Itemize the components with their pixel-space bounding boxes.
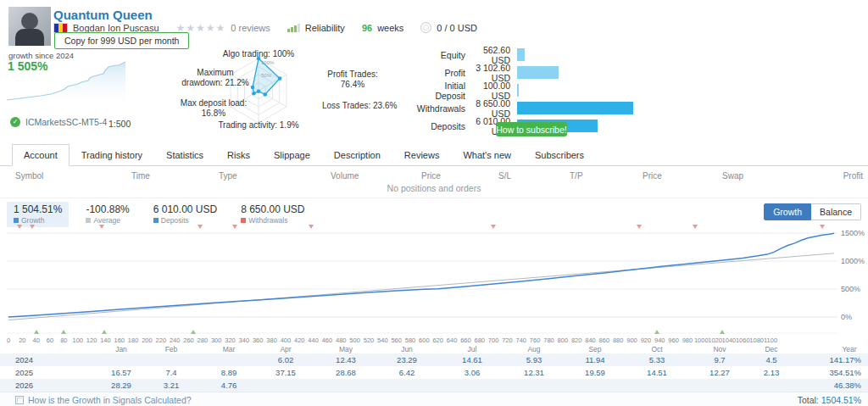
- x-tick-label: 420: [294, 336, 305, 344]
- x-tick-label: 600: [419, 336, 430, 344]
- x-tick-label: 980: [682, 336, 693, 344]
- balance-toggle-button[interactable]: Balance: [811, 203, 861, 220]
- funds-row: Initial Deposit100.00 USD: [415, 83, 695, 97]
- tab-slippage[interactable]: Slippage: [262, 144, 322, 166]
- monthly-cell: 14.61: [447, 355, 498, 364]
- x-tick-label: 220: [156, 336, 167, 344]
- x-tick-label: 260: [183, 336, 194, 344]
- x-tick-label: 1080: [749, 336, 764, 344]
- monthly-cell: 6.42: [381, 368, 432, 377]
- growth-help-link[interactable]: How is the Growth in Signals Calculated?: [28, 395, 192, 405]
- tab-account[interactable]: Account: [12, 144, 70, 166]
- month-label-oct: Oct: [651, 345, 662, 353]
- monthly-row-2024: 20246.0212.4323.2914.615.9311.945.339.74…: [0, 353, 868, 366]
- positions-empty-text: No positions and orders: [0, 183, 868, 193]
- monthly-cell: 9.7: [694, 355, 745, 364]
- monthly-year-label: 2026: [15, 381, 33, 390]
- copy-subscribe-button[interactable]: Copy for 999 USD per month: [54, 32, 189, 49]
- x-tick-label: 560: [391, 336, 402, 344]
- verified-check-icon: ✓: [10, 117, 20, 127]
- month-label-feb: Feb: [165, 345, 178, 353]
- growth-toggle-button[interactable]: Growth: [764, 203, 811, 220]
- radar-axis-label: Loss Trades: 23.6%: [322, 101, 424, 111]
- broker-link[interactable]: ICMarketsSC-MT5-4: [25, 117, 107, 127]
- x-tick-label: 80: [60, 336, 67, 344]
- avatar-body: [15, 29, 44, 46]
- funds-bar: [517, 102, 633, 114]
- monthly-growth-table: 20246.0212.4323.2914.615.9311.945.339.74…: [0, 353, 868, 392]
- reviews-link[interactable]: 0 reviews: [231, 23, 270, 33]
- help-grid-icon: [15, 396, 24, 404]
- broker-row: ✓ ICMarketsSC-MT5-4: [10, 117, 107, 127]
- stat-value: 6 010.00 USD: [153, 203, 217, 215]
- x-tick-label: 840: [585, 336, 596, 344]
- x-tick-label: 580: [405, 336, 416, 344]
- x-tick-label: 520: [364, 336, 375, 344]
- x-tick-label: 940: [654, 336, 665, 344]
- x-tick-label: 540: [377, 336, 388, 344]
- x-tick-label: 760: [530, 336, 541, 344]
- tab-reviews[interactable]: Reviews: [392, 144, 452, 166]
- x-tick-label: 380: [266, 336, 277, 344]
- x-tick-label: 340: [239, 336, 250, 344]
- monthly-year-label: 2025: [15, 368, 33, 377]
- radar-axis-label: Maximum drawdown: 21.2%: [181, 68, 249, 88]
- monthly-cell: 28.68: [320, 368, 371, 377]
- month-label-apr: Apr: [280, 345, 291, 353]
- column-header-symbol: Symbol: [15, 171, 43, 181]
- monthly-cell: 12.27: [694, 368, 745, 377]
- x-tick-label: 1100: [764, 336, 777, 344]
- x-tick-label: 700: [488, 336, 499, 344]
- author-link[interactable]: Bogdan Ion Puscasu: [73, 23, 159, 33]
- chart-mode-toggle: Growth Balance: [764, 203, 861, 220]
- signal-page: Quantum Queen Bogdan Ion Puscasu ★★★★★ 0…: [0, 0, 868, 406]
- x-tick-label: 920: [641, 336, 652, 344]
- column-header-price: Price: [643, 171, 662, 181]
- svg-text:0%: 0%: [841, 313, 852, 321]
- x-tick-label: 820: [571, 336, 582, 344]
- column-header-type: Type: [219, 171, 237, 181]
- tab-risks[interactable]: Risks: [215, 144, 262, 166]
- x-tick-label: 800: [558, 336, 569, 344]
- x-tick-label: 0: [7, 336, 10, 344]
- monthly-cell: 7.4: [146, 368, 197, 377]
- monthly-year-label: 2024: [15, 355, 33, 364]
- monthly-cell: 23.29: [381, 355, 432, 364]
- column-header-profit: Profit: [843, 171, 863, 181]
- x-tick-label: 640: [447, 336, 458, 344]
- x-tick-label: 400: [281, 336, 292, 344]
- monthly-cell: 5.33: [632, 355, 682, 364]
- reliability-bar: [298, 24, 300, 32]
- monthly-cell: 12.43: [320, 355, 371, 364]
- funds-label: Profit: [415, 68, 465, 78]
- tab-description[interactable]: Description: [322, 144, 392, 166]
- funds-label: Equity: [415, 50, 465, 60]
- x-tick-label: 460: [322, 336, 333, 344]
- monthly-cell: 11.94: [570, 355, 620, 364]
- monthly-cell: 4.76: [203, 381, 254, 390]
- signal-title[interactable]: Quantum Queen: [53, 8, 153, 22]
- how-to-subscribe-button[interactable]: How to subscribe!: [496, 122, 567, 136]
- funds-bar: [517, 66, 559, 79]
- x-tick-label: 960: [668, 336, 679, 344]
- leverage-value: 1:500: [108, 119, 131, 129]
- monthly-cell: 5.93: [509, 355, 559, 364]
- weeks-label: weeks: [377, 23, 403, 33]
- tab-subscribers[interactable]: Subscribers: [523, 144, 596, 166]
- tab-what-s-new[interactable]: What's new: [451, 144, 523, 166]
- x-tick-label: 120: [86, 336, 97, 344]
- tab-trading-history[interactable]: Trading history: [70, 144, 154, 166]
- x-tick-label: 160: [114, 336, 125, 344]
- monthly-cell: 2.13: [746, 368, 797, 377]
- section-divider: [0, 197, 868, 198]
- total-growth-value: 1504.51%: [821, 395, 861, 405]
- stat-value: 8 650.00 USD: [241, 203, 304, 215]
- x-tick-label: 300: [211, 336, 222, 344]
- stat-value: -100.88%: [86, 203, 129, 215]
- tab-statistics[interactable]: Statistics: [154, 144, 215, 166]
- reliability-bar: [291, 27, 293, 32]
- monthly-cell: 28.29: [96, 381, 147, 390]
- romania-flag-icon: [53, 23, 68, 33]
- column-header-tp: T/P: [570, 171, 583, 181]
- x-tick-label: 60: [47, 336, 53, 344]
